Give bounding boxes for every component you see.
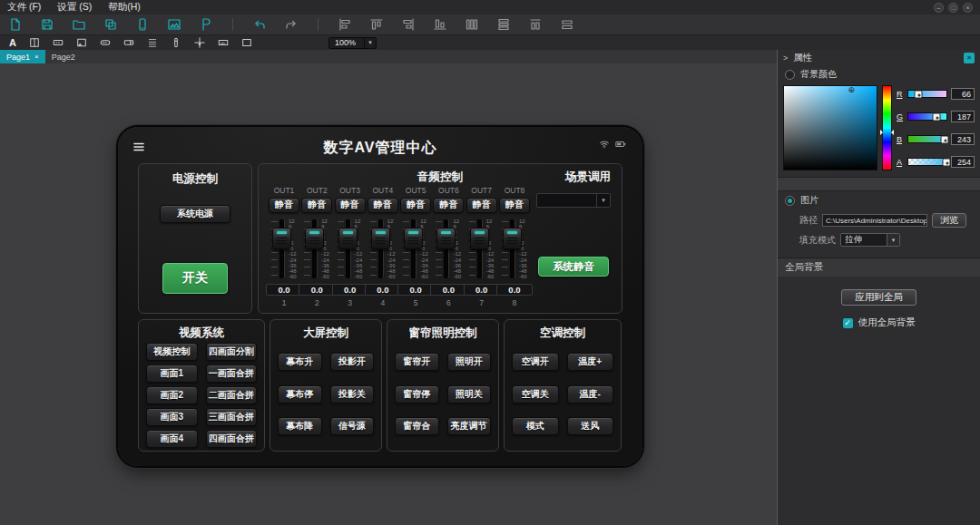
slider-value[interactable]: 254: [951, 156, 975, 168]
ac-button[interactable]: 温度-: [567, 385, 614, 403]
menu-item[interactable]: 文件 (F): [7, 1, 41, 14]
curtain-button[interactable]: 窗帘停: [395, 385, 439, 403]
panel-close-icon[interactable]: ×: [964, 53, 975, 63]
fader-slider[interactable]: 12630-3-6-12-24-36-48-60: [466, 218, 498, 280]
mute-button[interactable]: 静音: [301, 198, 332, 213]
ac-button[interactable]: 空调开: [512, 353, 559, 371]
saturation-value-square[interactable]: ⊕: [783, 85, 877, 170]
g-slider[interactable]: [907, 112, 947, 121]
curtain-button[interactable]: 照明关: [447, 385, 492, 403]
power-switch-button[interactable]: 开关: [162, 263, 228, 294]
color-crosshair-icon[interactable]: ⊕: [848, 86, 856, 94]
hue-slider[interactable]: [882, 85, 892, 170]
fader-slider[interactable]: 12630-3-6-12-24-36-48-60: [367, 218, 399, 280]
slider-handle[interactable]: [941, 135, 949, 143]
mute-button[interactable]: 静音: [400, 198, 431, 213]
fader-knob[interactable]: [371, 228, 390, 249]
fader-knob[interactable]: [470, 228, 489, 249]
apply-global-button[interactable]: 应用到全局: [841, 289, 916, 306]
fader-knob[interactable]: [305, 228, 324, 249]
textbox-widget-icon[interactable]: [100, 37, 111, 48]
fader-knob[interactable]: [338, 228, 358, 249]
curtain-button[interactable]: 窗帘合: [395, 417, 439, 435]
screen-button[interactable]: 幕布升: [278, 353, 322, 371]
fader-slider[interactable]: 12630-3-6-12-24-36-48-60: [432, 218, 465, 280]
minimize-button[interactable]: –: [934, 3, 944, 13]
button-widget-icon[interactable]: [53, 37, 64, 48]
mute-button[interactable]: 静音: [433, 198, 464, 213]
chevron-down-icon[interactable]: ▾: [364, 38, 376, 48]
video-button[interactable]: 四画面分割: [206, 343, 258, 361]
screen-button[interactable]: 投影开: [330, 353, 375, 371]
video-button[interactable]: 画面1: [146, 365, 198, 383]
slider-handle[interactable]: [932, 112, 940, 121]
tab-close-icon[interactable]: ×: [34, 53, 39, 61]
video-button[interactable]: 四画面合拼: [206, 430, 258, 448]
r-slider[interactable]: [907, 90, 947, 98]
ac-button[interactable]: 送风: [567, 417, 614, 435]
mute-button[interactable]: 静音: [368, 198, 398, 213]
video-button[interactable]: 视频控制: [146, 343, 198, 361]
fader-slider[interactable]: 12630-3-6-12-24-36-48-60: [498, 218, 531, 280]
design-canvas[interactable]: 数字AV管理中心 电源控制 系统电源 开关 音频控制 场景调用 OUT1静音12: [0, 63, 777, 525]
slider-widget-icon[interactable]: [171, 37, 181, 48]
image-widget-icon[interactable]: [76, 37, 87, 48]
mute-button[interactable]: 静音: [269, 198, 299, 213]
save-icon[interactable]: [41, 18, 54, 31]
mute-button[interactable]: 静音: [466, 198, 497, 213]
undo-icon[interactable]: [253, 18, 266, 31]
ac-button[interactable]: 模式: [512, 417, 559, 435]
tab-page2[interactable]: Page2: [45, 50, 82, 63]
crosshair-widget-icon[interactable]: [194, 37, 205, 48]
slider-value[interactable]: 187: [951, 111, 975, 122]
export-image-icon[interactable]: [168, 18, 181, 31]
ac-button[interactable]: 空调关: [512, 385, 559, 403]
input-widget-icon[interactable]: abc: [218, 37, 229, 48]
ac-button[interactable]: 温度+: [567, 353, 614, 371]
device-icon[interactable]: [136, 18, 149, 31]
hamburger-menu-icon[interactable]: [132, 141, 145, 157]
text-label-icon[interactable]: A: [9, 38, 16, 48]
video-button[interactable]: 二画面合拼: [206, 386, 258, 404]
video-button[interactable]: 三画面合拼: [206, 408, 258, 426]
align-left-icon[interactable]: [338, 18, 351, 31]
open-folder-icon[interactable]: [73, 18, 85, 31]
screen-button[interactable]: 信号源: [330, 417, 375, 435]
redo-icon[interactable]: [285, 18, 298, 31]
video-button[interactable]: 画面3: [146, 408, 198, 426]
align-right-icon[interactable]: [402, 18, 415, 31]
distribute-horizontal-icon[interactable]: [466, 18, 478, 31]
fader-knob[interactable]: [272, 228, 291, 249]
curtain-button[interactable]: 照明开: [447, 353, 492, 371]
collapse-chevron-icon[interactable]: >: [783, 53, 788, 63]
scene-select[interactable]: ▾: [536, 193, 611, 208]
curtain-button[interactable]: 窗帘开: [395, 353, 439, 371]
image-radio-row[interactable]: 图片: [778, 191, 980, 209]
mute-button[interactable]: 静音: [335, 198, 366, 213]
slider-handle[interactable]: [942, 158, 950, 166]
fader-slider[interactable]: 12630-3-6-12-24-36-48-60: [300, 218, 333, 280]
image-radio[interactable]: [785, 196, 795, 206]
fill-mode-select[interactable]: 拉伸 ▾: [840, 233, 900, 247]
close-button[interactable]: ×: [963, 3, 973, 13]
publish-icon[interactable]: [200, 18, 212, 31]
same-height-icon[interactable]: [561, 18, 573, 31]
bg-color-radio[interactable]: [785, 70, 795, 80]
same-width-icon[interactable]: [529, 18, 542, 31]
path-input[interactable]: C:\Users\Administrator\Desktop\: [822, 214, 927, 227]
tab-page1[interactable]: Page1×: [0, 50, 45, 63]
align-top-icon[interactable]: [370, 18, 383, 31]
checkbox-checked-icon[interactable]: [843, 318, 853, 328]
zoom-select[interactable]: 100% ▾: [328, 37, 377, 49]
align-bottom-icon[interactable]: [434, 18, 446, 31]
slider-value[interactable]: 66: [951, 88, 975, 100]
b-slider[interactable]: [907, 135, 947, 143]
device-panel[interactable]: 数字AV管理中心 电源控制 系统电源 开关 音频控制 场景调用 OUT1静音12: [118, 127, 642, 466]
bg-color-radio-row[interactable]: 背景颜色: [778, 65, 980, 83]
combo-widget-icon[interactable]: [123, 37, 134, 48]
slider-handle[interactable]: [914, 90, 922, 98]
restore-button[interactable]: □: [948, 3, 958, 13]
fader-knob[interactable]: [436, 228, 456, 249]
page-split-icon[interactable]: [29, 37, 40, 48]
screen-button[interactable]: 幕布降: [278, 417, 322, 435]
